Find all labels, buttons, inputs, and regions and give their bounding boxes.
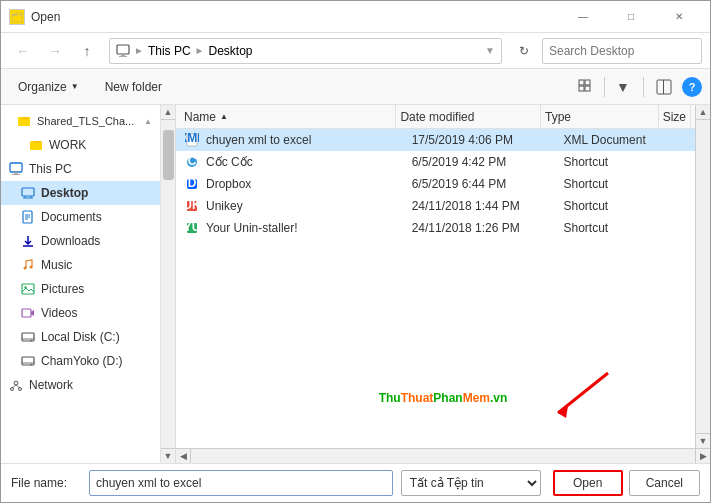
svg-rect-12 (663, 80, 664, 94)
cancel-button[interactable]: Cancel (629, 470, 700, 496)
open-button[interactable]: Open (553, 470, 623, 496)
new-folder-button[interactable]: New folder (96, 74, 171, 100)
col-header-date[interactable]: Date modified (396, 105, 541, 128)
sidebar-label-documents: Documents (41, 210, 102, 224)
file-scrollbar[interactable]: ▲ ▼ (695, 105, 710, 448)
search-input[interactable] (549, 44, 699, 58)
col-header-size[interactable]: Size (659, 105, 691, 128)
toolbar-divider (604, 77, 605, 97)
downloads-icon (21, 234, 35, 248)
file-list-header: Name ▲ Date modified Type Size (176, 105, 695, 129)
breadcrumb-sep1: ► (134, 45, 144, 56)
col-header-name[interactable]: Name ▲ (180, 105, 396, 128)
svg-rect-20 (22, 188, 34, 196)
svg-line-45 (16, 385, 20, 388)
sidebar-label-desktop: Desktop (41, 186, 88, 200)
sidebar-item-ddrive[interactable]: ChamYoko (D:) (1, 349, 160, 373)
scroll-down-btn[interactable]: ▼ (161, 448, 175, 463)
breadcrumb-computer (116, 44, 130, 58)
scroll-up-btn[interactable]: ▲ (161, 105, 175, 120)
sidebar-item-network[interactable]: Network (1, 373, 160, 397)
h-scroll-right[interactable]: ▶ (695, 449, 710, 464)
forward-button[interactable]: → (41, 37, 69, 65)
desktop-icon (21, 186, 35, 200)
file-scroll-up[interactable]: ▲ (696, 105, 710, 120)
folder-icon (17, 114, 31, 128)
file-scroll-down[interactable]: ▼ (696, 433, 710, 448)
dialog-icon (9, 9, 25, 25)
network-icon (9, 378, 23, 392)
sidebar-item-pictures[interactable]: Pictures (1, 277, 160, 301)
svg-rect-7 (579, 80, 584, 85)
sidebar-item-work[interactable]: WORK (1, 133, 160, 157)
file-date-0: 17/5/2019 4:06 PM (408, 133, 560, 147)
breadcrumb-thispc[interactable]: This PC (148, 44, 191, 58)
sidebar-scrollbar[interactable]: ▲ ▼ (161, 105, 176, 463)
sidebar-label-music: Music (41, 258, 72, 272)
shortcut-icon-1: C (184, 154, 200, 170)
sidebar-label-ddrive: ChamYoko (D:) (41, 354, 123, 368)
sidebar: Shared_TLS_Cha... ▲ WORK This PC Desktop (1, 105, 161, 463)
file-date-4: 24/11/2018 1:26 PM (408, 221, 560, 235)
svg-line-44 (12, 385, 16, 388)
view-dropdown-button[interactable]: ▼ (609, 74, 637, 100)
sidebar-item-desktop[interactable]: Desktop (1, 181, 160, 205)
preview-button[interactable] (650, 74, 678, 100)
breadcrumb-dropdown[interactable]: ▼ (485, 45, 495, 56)
svg-text:YU: YU (185, 221, 199, 234)
sidebar-item-documents[interactable]: Documents (1, 205, 160, 229)
file-row-0[interactable]: XML chuyen xml to excel 17/5/2019 4:06 P… (176, 129, 695, 151)
nav-bar: ← → ↑ ► This PC ► Desktop ▼ ↻ (1, 33, 710, 69)
file-row-4[interactable]: YU Your Unin-staller! 24/11/2018 1:26 PM… (176, 217, 695, 239)
svg-point-37 (30, 340, 32, 342)
dialog-title: Open (31, 10, 560, 24)
file-row-2[interactable]: D Dropbox 6/5/2019 6:44 PM Shortcut (176, 173, 695, 195)
h-scrollbar[interactable]: ◀ ▶ (176, 448, 710, 463)
svg-rect-10 (585, 86, 590, 91)
file-name-0: XML chuyen xml to excel (180, 132, 408, 148)
toolbar-divider2 (643, 77, 644, 97)
maximize-button[interactable]: □ (608, 1, 654, 33)
organize-button[interactable]: Organize ▼ (9, 74, 88, 100)
chamyoko-disk-icon (21, 354, 35, 368)
file-area-inner: Name ▲ Date modified Type Size (176, 105, 710, 448)
breadcrumb-desktop[interactable]: Desktop (209, 44, 253, 58)
scroll-thumb[interactable] (163, 130, 174, 180)
svg-point-40 (30, 364, 32, 366)
sidebar-item-videos[interactable]: Videos (1, 301, 160, 325)
sidebar-item-shared[interactable]: Shared_TLS_Cha... ▲ (1, 109, 160, 133)
sidebar-item-music[interactable]: Music (1, 253, 160, 277)
breadcrumb-sep2: ► (195, 45, 205, 56)
sidebar-item-cdrive[interactable]: Local Disk (C:) (1, 325, 160, 349)
help-button[interactable]: ? (682, 77, 702, 97)
sidebar-label-network: Network (29, 378, 73, 392)
breadcrumb-bar[interactable]: ► This PC ► Desktop ▼ (109, 38, 502, 64)
file-name-4: YU Your Unin-staller! (180, 220, 408, 236)
svg-rect-3 (121, 54, 125, 56)
col-header-type[interactable]: Type (541, 105, 659, 128)
minimize-button[interactable]: — (560, 1, 606, 33)
filename-input[interactable] (89, 470, 393, 496)
svg-rect-31 (22, 284, 34, 294)
h-scroll-left[interactable]: ◀ (176, 449, 191, 464)
back-button[interactable]: ← (9, 37, 37, 65)
file-row-1[interactable]: C Cốc Cốc 6/5/2019 4:42 PM Shortcut (176, 151, 695, 173)
sidebar-item-thispc[interactable]: This PC (1, 157, 160, 181)
svg-rect-17 (10, 163, 22, 172)
action-buttons: Open Cancel (553, 470, 700, 496)
view-button[interactable] (572, 74, 600, 100)
sidebar-item-downloads[interactable]: Downloads (1, 229, 160, 253)
computer-icon (9, 162, 23, 176)
file-row-3[interactable]: UK Unikey 24/11/2018 1:44 PM Shortcut (176, 195, 695, 217)
up-button[interactable]: ↑ (73, 37, 101, 65)
refresh-button[interactable]: ↻ (510, 37, 538, 65)
filetype-select[interactable]: Tất cả Tệp tin (401, 470, 541, 496)
svg-rect-18 (14, 172, 18, 174)
close-button[interactable]: ✕ (656, 1, 702, 33)
svg-text:C: C (188, 155, 197, 168)
file-date-2: 6/5/2019 6:44 PM (408, 177, 560, 191)
open-dialog: Open — □ ✕ ← → ↑ ► This PC ► Desktop ▼ ↻ (0, 0, 711, 503)
svg-text:D: D (188, 177, 197, 190)
svg-rect-8 (585, 80, 590, 85)
svg-point-30 (30, 266, 33, 269)
